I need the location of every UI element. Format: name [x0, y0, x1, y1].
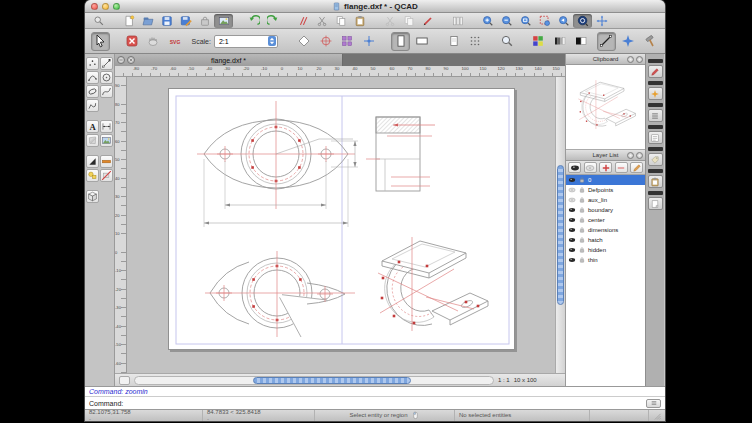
remove-layer-button[interactable] — [615, 162, 628, 173]
explode-tool-button[interactable] — [100, 169, 113, 182]
pan-button[interactable] — [592, 14, 611, 28]
iso-tool-button[interactable] — [86, 190, 99, 203]
dock-clipboard-button[interactable] — [648, 175, 663, 188]
resize-grip[interactable] — [649, 410, 665, 421]
draft-mode-button[interactable] — [597, 32, 616, 51]
dock-library-browser-button[interactable] — [648, 87, 663, 100]
copy-with-reference-button[interactable] — [399, 14, 418, 28]
layer-row-0[interactable]: 0 — [566, 175, 645, 185]
save-button[interactable] — [157, 14, 176, 28]
vertical-scrollbar-thumb[interactable] — [557, 165, 564, 305]
layer-row-aux_lin[interactable]: aux_lin — [566, 195, 645, 205]
zoom-selection-button[interactable] — [535, 14, 554, 28]
selection-pointer-button[interactable] — [91, 32, 110, 51]
command-input[interactable] — [126, 398, 643, 408]
tab-close-button[interactable] — [127, 56, 135, 64]
edit-layer-button[interactable] — [630, 162, 643, 173]
close-window-button[interactable] — [91, 3, 98, 10]
pan-hand-button[interactable] — [144, 32, 163, 51]
draw-order-button[interactable] — [293, 14, 312, 28]
layer-row-center[interactable]: center — [566, 215, 645, 225]
document-tab[interactable]: flange.dxf * — [115, 54, 343, 66]
show-all-layers-button[interactable] — [568, 162, 581, 173]
horizontal-scrollbar[interactable] — [134, 376, 494, 385]
add-layer-button[interactable] — [599, 162, 612, 173]
point-tool-button[interactable] — [86, 57, 99, 70]
circle-tool-button[interactable] — [100, 71, 113, 84]
snap-center-button[interactable] — [316, 32, 335, 51]
arc-tool-button[interactable] — [86, 71, 99, 84]
clipboard-float-button[interactable] — [627, 56, 634, 63]
modify-tool-button[interactable] — [86, 155, 99, 168]
dimension-tool-button[interactable] — [100, 120, 113, 133]
add-point-button[interactable] — [619, 32, 638, 51]
text-tool-button[interactable]: A — [86, 120, 99, 133]
dock-block-list-button[interactable] — [648, 153, 663, 166]
clear-selection-button[interactable] — [122, 32, 141, 51]
cut-button[interactable] — [312, 14, 331, 28]
layer-panel-close-button[interactable] — [636, 152, 643, 159]
paper-landscape-button[interactable] — [413, 32, 432, 51]
copy-button[interactable] — [331, 14, 350, 28]
layer-panel-float-button[interactable] — [627, 152, 634, 159]
snap-point-button[interactable] — [360, 32, 379, 51]
tab-detach-button[interactable] — [117, 56, 125, 64]
zoom-window-button[interactable] — [113, 3, 120, 10]
ellipse-tool-button[interactable] — [86, 85, 99, 98]
zoom-out-button[interactable] — [497, 14, 516, 28]
preview-zoom-button[interactable] — [497, 32, 516, 51]
line-tool-button[interactable] — [100, 57, 113, 70]
layer-row-Defpoints[interactable]: Defpoints — [566, 185, 645, 195]
image-tool-button[interactable] — [100, 134, 113, 147]
command-options-button[interactable] — [646, 399, 661, 408]
clipboard-close-button[interactable] — [636, 56, 643, 63]
columns-view-button[interactable] — [448, 14, 467, 28]
vertical-scrollbar[interactable] — [555, 77, 565, 373]
layer-row-hidden[interactable]: hidden — [566, 245, 645, 255]
polyline-tool-button[interactable] — [86, 99, 99, 112]
undo-button[interactable] — [244, 14, 263, 28]
cut-with-reference-button[interactable] — [380, 14, 399, 28]
minimize-window-button[interactable] — [102, 3, 109, 10]
layer-row-dimensions[interactable]: dimensions — [566, 225, 645, 235]
layer-row-hatch[interactable]: hatch — [566, 235, 645, 245]
save-as-button[interactable] — [176, 14, 195, 28]
snap-free-button[interactable] — [295, 32, 314, 51]
paste-button[interactable] — [350, 14, 369, 28]
dock-layer-list-button[interactable] — [648, 131, 663, 144]
redo-button[interactable] — [263, 14, 282, 28]
layer-row-thin[interactable]: thin — [566, 255, 645, 265]
print-preview-button[interactable] — [214, 14, 233, 28]
dock-property-editor-button[interactable] — [648, 65, 663, 78]
svg-export-button[interactable]: SVG — [166, 32, 185, 51]
zoom-window-button[interactable] — [516, 14, 535, 28]
hide-all-layers-button[interactable] — [584, 162, 597, 173]
layer-row-boundary[interactable]: boundary — [566, 205, 645, 215]
hatch-tool-button[interactable] — [86, 134, 99, 147]
horizontal-scrollbar-thumb[interactable] — [253, 377, 411, 384]
dock-notes-button[interactable] — [648, 197, 663, 210]
snap-grid-button[interactable] — [338, 32, 357, 51]
dock-command-line-button[interactable] — [648, 109, 663, 122]
grayscale-mode-button[interactable] — [550, 32, 569, 51]
open-file-button[interactable] — [138, 14, 157, 28]
drawing-canvas[interactable] — [127, 77, 555, 373]
spline-tool-button[interactable] — [100, 85, 113, 98]
property-painter-button[interactable] — [418, 14, 437, 28]
page-setup-button[interactable] — [444, 32, 463, 51]
scale-combobox[interactable]: 2:1 — [214, 35, 278, 48]
blocks-tool-button[interactable] — [86, 169, 99, 182]
tools-button[interactable] — [640, 32, 659, 51]
auto-zoom-button[interactable] — [573, 14, 592, 28]
new-file-button[interactable] — [119, 14, 138, 28]
scrollbar-corner-button[interactable] — [119, 376, 130, 385]
toolbar-search-button[interactable] — [89, 14, 108, 28]
archive-button[interactable] — [195, 14, 214, 28]
grid-toggle-button[interactable] — [466, 32, 485, 51]
zoom-previous-button[interactable] — [554, 14, 573, 28]
black-white-mode-button[interactable] — [572, 32, 591, 51]
zoom-in-button[interactable] — [478, 14, 497, 28]
titlebar[interactable]: flange.dxf * - QCAD — [85, 0, 665, 13]
full-color-mode-button[interactable] — [529, 32, 548, 51]
measure-tool-button[interactable] — [100, 155, 113, 168]
